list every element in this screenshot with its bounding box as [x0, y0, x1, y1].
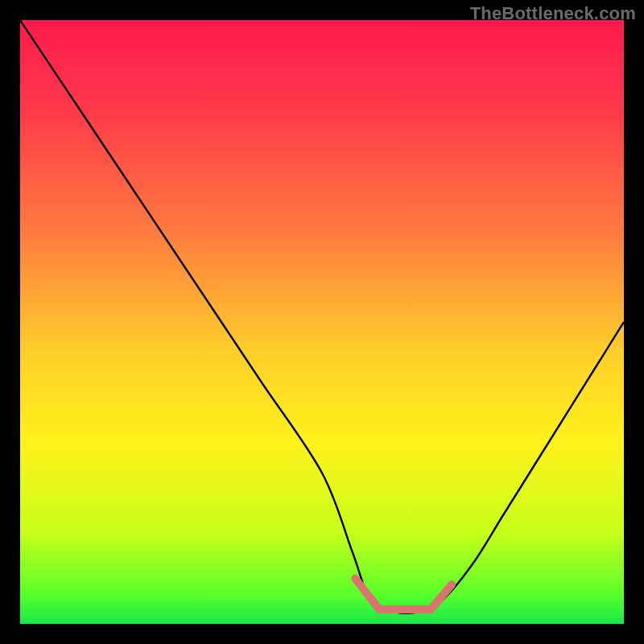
chart-stage: TheBottleneck.com [0, 0, 644, 644]
chart-svg [20, 20, 624, 624]
gradient-background [20, 20, 624, 624]
plot-area [20, 20, 624, 624]
